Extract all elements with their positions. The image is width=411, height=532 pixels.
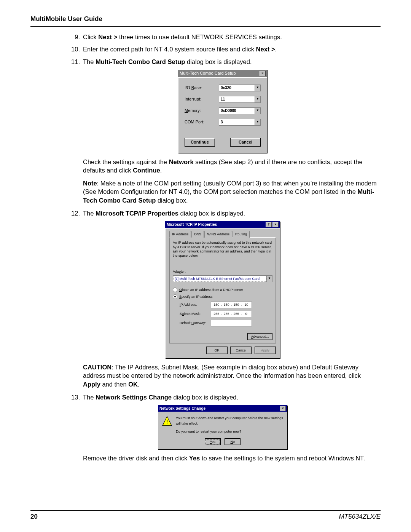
gateway-input[interactable]: . . .	[211, 320, 252, 326]
memory-combo[interactable]: 0xD0000▼	[219, 107, 261, 114]
text: Enter the correct path for NT 4.0 system…	[83, 46, 256, 53]
no-button[interactable]: No	[225, 438, 241, 445]
step-11: 11. The Multi-Tech Combo Card Setup dial…	[68, 58, 377, 66]
step-12-caution: CAUTION: The IP Address, Subnet Mask, (S…	[83, 363, 377, 388]
bold-text: Next >	[98, 34, 119, 40]
text: .	[275, 46, 277, 53]
text: dialog box is displayed.	[185, 58, 252, 65]
step-num: 9.	[68, 33, 80, 41]
ip-address-input[interactable]: 150.150.150.10	[211, 302, 252, 308]
step-num: 13.	[68, 393, 80, 401]
adapter-combo[interactable]: [1] Multi-Tech MT5634ZLX-E Ethernet Fax/…	[173, 275, 272, 282]
chevron-down-icon[interactable]: ▼	[255, 85, 260, 91]
step-9: 9. Click Next > three times to use defau…	[68, 33, 377, 41]
interrupt-label: Interrupt:	[185, 96, 219, 102]
dialog-title: Microsoft TCP/IP Properties	[167, 222, 217, 227]
subnet-mask-input[interactable]: 255.255.255.0	[211, 311, 252, 317]
adapter-label: Adapter:	[173, 269, 272, 274]
close-icon[interactable]: ×	[260, 71, 266, 76]
yes-button[interactable]: Yes	[205, 438, 221, 445]
step-10: 10. Enter the correct path for NT 4.0 sy…	[68, 45, 377, 53]
header-title: MultiMobile User Guide	[30, 15, 381, 23]
step-13-para: Remove the driver disk and then click Ye…	[83, 454, 377, 462]
step-13: 13. The Network Settings Change dialog b…	[68, 393, 377, 401]
dialog-message: You must shut down and restart your comp…	[176, 416, 283, 435]
step-12: 12. The Microsoft TCP/IP Properties dial…	[68, 209, 377, 217]
header-rule	[30, 26, 381, 27]
tab-dns[interactable]: DNS	[191, 231, 204, 238]
page-footer: 20 MT5634ZLX/E	[30, 510, 381, 521]
close-icon[interactable]: ×	[280, 406, 286, 411]
tab-wins[interactable]: WINS Address	[204, 231, 232, 238]
chevron-down-icon[interactable]: ▼	[255, 96, 260, 102]
radio-specify[interactable]: Specify an IP address	[173, 294, 272, 299]
step-num: 12.	[68, 209, 80, 217]
tab-routing[interactable]: Routing	[233, 231, 250, 238]
interrupt-combo[interactable]: 11▼	[219, 96, 261, 103]
io-base-label: I/O Base:	[185, 85, 219, 91]
text: three times to use default NETWORK SERVI…	[119, 34, 282, 40]
tab-ip-address[interactable]: IP Address	[169, 231, 191, 238]
text: The	[83, 58, 96, 65]
cancel-button[interactable]: Cancel	[230, 347, 252, 354]
radio-icon	[173, 294, 177, 299]
dialog-titlebar: Multi-Tech Combo Card Setup ×	[178, 70, 267, 77]
page-number: 20	[30, 513, 38, 521]
help-icon[interactable]: ?	[266, 222, 272, 227]
combo-card-setup-dialog: Multi-Tech Combo Card Setup × I/O Base: …	[178, 70, 267, 153]
ok-button[interactable]: OK	[206, 347, 228, 354]
chevron-down-icon[interactable]: ▼	[266, 276, 272, 282]
network-settings-change-dialog: Network Settings Change × You must shut …	[158, 405, 287, 449]
bold-text: Multi-Tech Combo Card Setup	[96, 58, 185, 65]
radio-dhcp[interactable]: Obtain an IP address from a DHCP server	[173, 288, 272, 292]
continue-button[interactable]: Continue	[185, 138, 215, 147]
text: Click	[83, 34, 98, 40]
tab-bar: IP Address DNS WINS Address Routing	[169, 231, 276, 238]
step-11-para-1: Check the settings against the Network s…	[83, 158, 377, 175]
chevron-down-icon[interactable]: ▼	[255, 119, 260, 125]
step-num: 10.	[68, 45, 80, 53]
step-num: 11.	[68, 58, 80, 66]
com-port-combo[interactable]: 3▼	[219, 119, 261, 126]
chevron-down-icon[interactable]: ▼	[255, 108, 260, 114]
memory-label: Memory:	[185, 108, 219, 113]
dialog-title: Multi-Tech Combo Card Setup	[180, 70, 236, 76]
dialog-titlebar: Network Settings Change ×	[158, 405, 287, 412]
apply-button[interactable]: Apply	[255, 347, 276, 354]
cancel-button[interactable]: Cancel	[230, 138, 261, 147]
close-icon[interactable]: ×	[272, 222, 279, 227]
warning-icon	[162, 416, 172, 426]
content-body: 9. Click Next > three times to use defau…	[68, 33, 377, 462]
io-base-combo[interactable]: 0x320▼	[219, 85, 261, 91]
bold-text: Next >	[256, 46, 275, 53]
ip-address-label: IP Address:	[180, 302, 211, 307]
gateway-label: Default Gateway:	[180, 321, 211, 325]
com-port-label: COM Port:	[185, 119, 219, 125]
radio-icon	[173, 288, 177, 292]
tcpip-description: An IP address can be automatically assig…	[173, 241, 272, 258]
footer-rule	[30, 510, 381, 511]
model-number: MT5634ZLX/E	[339, 513, 381, 521]
subnet-mask-label: Subnet Mask:	[180, 312, 211, 316]
step-11-note: Note: Make a note of the COM port settin…	[83, 179, 377, 204]
dialog-titlebar: Microsoft TCP/IP Properties ? ×	[165, 221, 280, 228]
tcpip-properties-dialog: Microsoft TCP/IP Properties ? × IP Addre…	[165, 221, 280, 358]
dialog-title: Network Settings Change	[159, 406, 206, 411]
advanced-button[interactable]: Advanced...	[247, 333, 272, 340]
